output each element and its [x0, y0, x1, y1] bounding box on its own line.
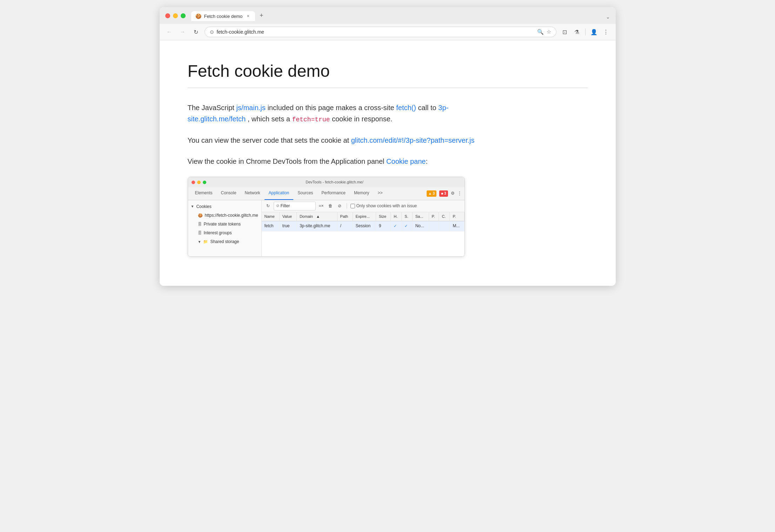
bookmark-icon[interactable]: ☆	[547, 29, 551, 35]
dt-cookie-url: https://fetch-cookie.glitch.me	[205, 212, 258, 219]
dt-cell-value: true	[279, 221, 296, 231]
cookie-pane-link[interactable]: Cookie pane	[386, 157, 426, 165]
devtools-screenshot: DevTools - fetch-cookie.glitch.me/ Eleme…	[188, 177, 465, 257]
paragraph1-end: , which sets a	[248, 115, 292, 123]
dt-refresh-button[interactable]: ↻	[265, 202, 272, 209]
dt-title: DevTools - fetch-cookie.glitch.me/	[208, 179, 461, 186]
paragraph1-prefix: The JavaScript	[188, 104, 236, 112]
dt-toolbar-separator	[347, 203, 347, 209]
dt-private-tokens-label: Private state tokens	[204, 221, 241, 228]
paragraph2-prefix: You can view the server code that sets t…	[188, 136, 351, 144]
dt-delete-button[interactable]: 🗑	[327, 202, 334, 209]
dt-header-domain[interactable]: Domain ▲	[296, 212, 337, 221]
dt-tab-sources[interactable]: Sources	[293, 187, 317, 200]
dt-sidebar-private-tokens[interactable]: 🗄 Private state tokens	[188, 220, 261, 229]
dt-cell-expires: Session	[353, 221, 376, 231]
dt-sidebar-cookies[interactable]: ▼ Cookies	[188, 202, 261, 211]
dt-sidebar-interest-groups[interactable]: 🗄 Interest groups	[188, 229, 261, 237]
page-divider	[188, 88, 588, 88]
dt-shared-arrow: ▼	[198, 239, 201, 245]
search-icon[interactable]: 🔍	[537, 29, 544, 35]
tab-close-button[interactable]: ×	[245, 13, 251, 19]
paragraph-2: You can view the server code that sets t…	[188, 135, 475, 146]
paragraph-1: The JavaScript js/main.js included on th…	[188, 102, 475, 125]
dt-filter-issues-button[interactable]: ⊘	[336, 202, 343, 209]
dt-tab-memory[interactable]: Memory	[350, 187, 373, 200]
dt-storage-icon-2: 🗄	[198, 230, 202, 236]
paragraph-3: View the cookie in Chrome DevTools from …	[188, 156, 475, 167]
dt-header-httponly[interactable]: H.	[391, 212, 402, 221]
dt-more-icon[interactable]: ⋮	[457, 190, 462, 197]
fetch-link[interactable]: fetch()	[396, 104, 416, 112]
dt-storage-icon-1: 🗄	[198, 221, 202, 228]
page-content: Fetch cookie demo The JavaScript js/main…	[160, 40, 616, 286]
dt-header-samesite[interactable]: Sa...	[412, 212, 429, 221]
dt-max-dot	[203, 181, 206, 184]
menu-button[interactable]: ⋮	[601, 27, 611, 37]
dt-header-name[interactable]: Name	[262, 212, 280, 221]
address-text: fetch-cookie.glitch.me	[217, 29, 534, 35]
window-controls	[165, 13, 186, 18]
dt-min-dot	[197, 181, 201, 184]
address-bar[interactable]: ⊙ fetch-cookie.glitch.me 🔍 ☆	[205, 27, 556, 37]
active-tab[interactable]: 🍪 Fetch cookie demo ×	[191, 11, 255, 21]
dt-main-panel: ↻ ⊘ Filter =× 🗑 ⊘ Only show cook	[262, 200, 465, 256]
dt-tab-console[interactable]: Console	[217, 187, 241, 200]
experiment-button[interactable]: ⚗	[572, 27, 582, 37]
forward-button[interactable]: →	[178, 27, 188, 37]
dt-sidebar: ▼ Cookies 🍪 https://fetch-cookie.glitch.…	[188, 200, 262, 256]
close-button[interactable]	[165, 13, 170, 18]
dt-cookie-icon-1: 🍪	[198, 213, 203, 219]
new-tab-button[interactable]: +	[256, 11, 266, 20]
dt-issue-checkbox-row: Only show cookies with an issue	[350, 203, 417, 209]
dt-cell-sa: No...	[412, 221, 429, 231]
extensions-button[interactable]: ⊡	[560, 27, 570, 37]
dt-folder-icon: 📁	[203, 239, 208, 245]
minimize-button[interactable]	[173, 13, 178, 18]
dt-tab-performance[interactable]: Performance	[317, 187, 350, 200]
dt-tab-network[interactable]: Network	[241, 187, 265, 200]
dt-header-cors[interactable]: C.	[439, 212, 450, 221]
paragraph1-after: call to	[418, 104, 438, 112]
dt-filter-box[interactable]: ⊘ Filter	[274, 202, 316, 210]
dt-shared-storage-label: Shared storage	[210, 238, 239, 245]
back-button[interactable]: ←	[165, 27, 174, 37]
reload-button[interactable]: ↻	[191, 27, 201, 37]
dt-sidebar-fetch-cookie[interactable]: 🍪 https://fetch-cookie.glitch.me	[188, 211, 261, 220]
dt-cookies-toolbar: ↻ ⊘ Filter =× 🗑 ⊘ Only show cook	[262, 200, 465, 212]
glitch-server-link[interactable]: glitch.com/edit/#!/3p-site?path=server.j…	[351, 136, 475, 144]
dt-header-size[interactable]: Size	[376, 212, 391, 221]
dt-checkmark-h: ✓	[394, 224, 397, 228]
dt-tab-application[interactable]: Application	[265, 187, 294, 200]
account-button[interactable]: 👤	[589, 27, 599, 37]
paragraph1-middle: included on this page makes a cross-site	[267, 104, 396, 112]
dt-header-value[interactable]: Value	[279, 212, 296, 221]
nav-divider	[585, 28, 586, 35]
maximize-button[interactable]	[181, 13, 186, 18]
title-bar-top: 🍪 Fetch cookie demo × + ⌄	[165, 11, 610, 21]
dt-header-partition[interactable]: P.	[450, 212, 464, 221]
dt-sidebar-shared-storage[interactable]: ▼ 📁 Shared storage	[188, 237, 261, 246]
dt-issue-checkbox[interactable]	[350, 204, 355, 208]
dt-header-secure[interactable]: S.	[402, 212, 412, 221]
dt-cell-name: fetch	[262, 221, 280, 231]
dt-tab-bar: Elements Console Network Application Sou…	[188, 187, 465, 200]
dt-clear-all-button[interactable]: =×	[318, 202, 325, 209]
dt-settings-icon[interactable]: ⚙	[451, 190, 455, 197]
table-row[interactable]: fetch true 3p-site.glitch.me / Session 9…	[262, 221, 465, 231]
dt-header-priority[interactable]: P.	[429, 212, 439, 221]
dt-cookies-label: Cookies	[196, 203, 211, 210]
dt-header-path[interactable]: Path	[337, 212, 353, 221]
paragraph3-prefix: View the cookie in Chrome DevTools from …	[188, 157, 387, 165]
tab-chevron-icon[interactable]: ⌄	[606, 14, 610, 20]
dt-toolbar-icons: ▲ 3 ■ 3 ⚙ ⋮	[427, 190, 462, 197]
tab-favicon: 🍪	[195, 13, 201, 19]
dt-tab-elements[interactable]: Elements	[191, 187, 217, 200]
dt-filter-icon: ⊘	[276, 203, 279, 209]
dt-interest-groups-label: Interest groups	[204, 230, 232, 236]
dt-tab-more[interactable]: >>	[373, 187, 387, 200]
js-main-link[interactable]: js/main.js	[236, 104, 265, 112]
dt-header-expires[interactable]: Expire...	[353, 212, 376, 221]
dt-cell-s: ✓	[402, 221, 412, 231]
paragraph3-suffix: :	[426, 157, 428, 165]
